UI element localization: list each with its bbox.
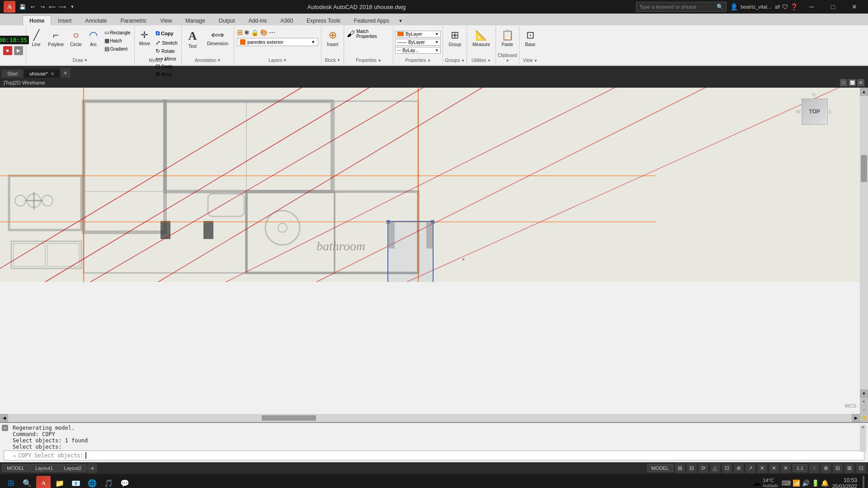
v-scrollbar[interactable]: ▲ ▼ + − ✋ [860, 88, 868, 422]
tab-annotate[interactable]: Annotate [78, 15, 113, 25]
wcs-label[interactable]: WCS [844, 403, 856, 408]
insert-button[interactable]: ⊕ Insert [323, 28, 342, 48]
isolate-btn[interactable]: ⊡ [856, 463, 866, 473]
taskbar-app-4[interactable]: 🌐 [85, 476, 99, 488]
clock[interactable]: 10:53 25/03/2022 [832, 477, 857, 488]
nav-cube[interactable]: N W TOP E [796, 92, 832, 125]
layout1-tab[interactable]: Layout1 [30, 464, 58, 472]
scroll-down-btn[interactable]: ▼ [860, 389, 868, 398]
tab-parametric[interactable]: Parametric [113, 15, 153, 25]
group-button[interactable]: ⊞ Group [445, 28, 465, 48]
match-group-label[interactable]: Properties ▼ [344, 58, 393, 63]
groups-group-label[interactable]: Groups ▼ [443, 58, 467, 63]
tab-view[interactable]: View [153, 15, 179, 25]
tab-output[interactable]: Output [212, 15, 242, 25]
tab-featured[interactable]: Featured Apps [347, 15, 396, 25]
close-cmd-btn[interactable]: ✕ [2, 425, 8, 431]
utilities-group-label[interactable]: Utilities ▼ [467, 58, 495, 63]
bylayer-lineweight-dropdown[interactable]: ─ ByLay... ▼ [395, 47, 441, 54]
viewport-label[interactable]: [Top]2D Wireframe [4, 80, 45, 85]
model-tab[interactable]: MODEL [2, 464, 29, 472]
cmd-scroll-btn[interactable]: ▲ [860, 425, 866, 452]
maximize-button[interactable]: □ [823, 0, 843, 14]
scroll-up-btn[interactable]: ▲ [860, 88, 868, 96]
transparency-btn[interactable]: ✕ [757, 463, 767, 473]
taskbar-app-3[interactable]: 📧 [69, 476, 83, 488]
scroll-zoom-out[interactable]: − [860, 406, 868, 414]
bylayer-linetype-dropdown[interactable]: —— ByLayer ▼ [395, 39, 441, 46]
measure-button[interactable]: 📐 Measure [469, 28, 494, 48]
h-scrollbar[interactable]: ◀ ▶ [0, 414, 860, 422]
selection-filter[interactable]: ✕ [769, 463, 779, 473]
bylayer-color-dropdown[interactable]: ByLayer ▼ [395, 31, 441, 38]
layer-more-icon[interactable]: ⋯ [269, 29, 275, 36]
text-button[interactable]: A Text [184, 28, 202, 50]
viewport-max[interactable]: ⊟ [833, 463, 843, 473]
scroll-v-track[interactable] [860, 97, 868, 389]
taskbar-app-5[interactable]: 🎵 [101, 476, 116, 488]
scroll-left-btn[interactable]: ◀ [0, 414, 8, 422]
layer-dropdown[interactable]: paredes exterior ▼ [237, 38, 318, 46]
exchange-icon[interactable]: ⇄ [775, 3, 780, 10]
network-icon[interactable]: 📶 [793, 479, 800, 487]
hatch-button[interactable]: ▦ Hatch [103, 37, 132, 44]
vp-max[interactable]: ⬜ [849, 79, 856, 86]
new-layout-btn[interactable]: + [87, 463, 97, 473]
qa-undo[interactable]: ⟵ [48, 2, 57, 11]
annotation-group-label[interactable]: Annotation ▼ [182, 58, 234, 63]
line-button[interactable]: ╱ Line [28, 28, 44, 48]
taskbar-app-2[interactable]: 📁 [52, 476, 67, 488]
drawing-area[interactable]: bathroom N [0, 88, 868, 422]
cmd-cursor[interactable] [85, 452, 86, 459]
gizmo-btn[interactable]: ✕ [781, 463, 791, 473]
new-tab-button[interactable]: + [61, 68, 71, 78]
tab-more[interactable]: ▾ [396, 15, 405, 25]
scroll-pan[interactable]: ✋ [860, 414, 868, 422]
search-box[interactable]: Type a keyword or phrase 🔍 [636, 2, 726, 12]
polar-btn[interactable]: △ [710, 463, 720, 473]
model-space-btn[interactable]: MODEL [647, 464, 673, 472]
snap-btn[interactable]: ⊟ [687, 463, 697, 473]
weather-widget[interactable]: ☁ 14°C Nublado [753, 478, 778, 488]
qa-open[interactable]: ↩ [28, 2, 37, 11]
fullscreen-btn[interactable]: ⊕ [821, 463, 831, 473]
stretch-button[interactable]: ⤢ Stretch [154, 38, 179, 47]
app-logo[interactable]: A [4, 1, 15, 13]
layer-lock-icon[interactable]: 🔒 [251, 29, 259, 36]
show-desktop-btn[interactable] [863, 476, 864, 488]
layer-properties-icon[interactable]: ⊞ [237, 28, 243, 37]
array-button[interactable]: ⊞ Array [154, 70, 179, 78]
lineweight-btn[interactable]: ↗ [745, 463, 755, 473]
close-button[interactable]: ✕ [844, 0, 864, 14]
user-area[interactable]: 👤 beatriz_vital... [730, 3, 771, 10]
start-button[interactable]: ⊞ [4, 476, 18, 488]
tab-addins[interactable]: Add-ins [242, 15, 274, 25]
scale-button[interactable]: ⊡ Scale [154, 63, 179, 70]
qa-new[interactable]: 💾 [18, 2, 27, 11]
scroll-right-btn[interactable]: ▶ [852, 414, 860, 422]
tab-start[interactable]: Start [2, 70, 23, 78]
scroll-v-thumb[interactable] [861, 155, 867, 182]
gradient-button[interactable]: ▤ Gradient [103, 45, 132, 52]
rotate-button[interactable]: ↻ Rotate [154, 47, 179, 55]
shield-icon[interactable]: 🛡 [782, 3, 788, 10]
keyboard-icon[interactable]: ⌨ [782, 479, 791, 487]
layer-color-icon[interactable]: 🎨 [260, 29, 268, 36]
otrack-btn[interactable]: ⊕ [734, 463, 744, 473]
volume-icon[interactable]: 🔊 [802, 479, 810, 487]
paste-button[interactable]: 📋 Paste [498, 28, 517, 48]
qa-save[interactable]: ↪ [38, 2, 47, 11]
tab-a360[interactable]: A360 [274, 15, 300, 25]
tab-express[interactable]: Express Tools [300, 15, 347, 25]
layout2-tab[interactable]: Layout2 [59, 464, 86, 472]
help-icon[interactable]: ❓ [790, 3, 798, 10]
hardware-accel[interactable]: ⊠ [844, 463, 854, 473]
nav-cube-box[interactable]: TOP [802, 99, 828, 125]
rectangle-button[interactable]: ▭ Rectangle [103, 29, 132, 36]
workspace-btn[interactable]: ↑ [809, 463, 819, 473]
match-properties-button[interactable]: 🖌 Match Properties [346, 28, 391, 40]
copy-button[interactable]: ⧉ Copy [154, 29, 179, 38]
tab-insert[interactable]: Insert [51, 15, 78, 25]
tab-manage[interactable]: Manage [179, 15, 212, 25]
base-button[interactable]: ⊡ Base [521, 28, 539, 48]
